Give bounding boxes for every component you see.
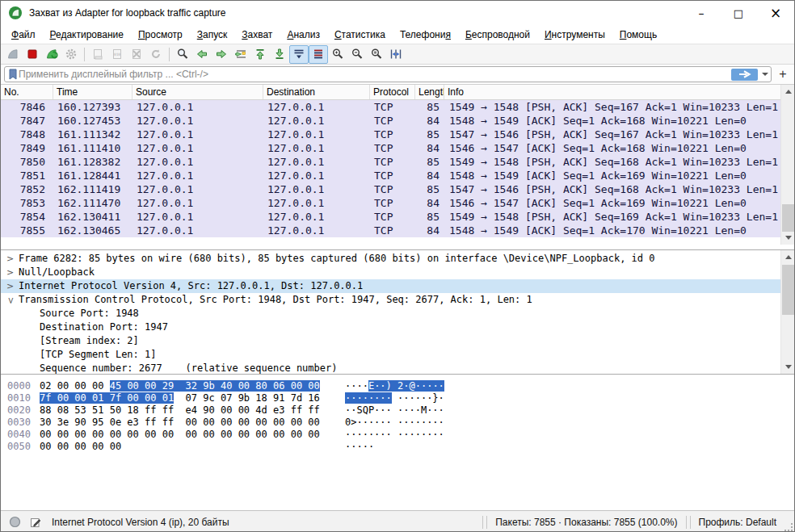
open-file-button[interactable]	[88, 45, 107, 64]
expert-info-icon[interactable]	[9, 516, 21, 528]
auto-scroll-button[interactable]	[289, 45, 309, 64]
save-file-button[interactable]: 010	[107, 45, 127, 64]
expander-icon[interactable]: >	[6, 252, 14, 266]
hex-ascii[interactable]: ··SQP··· ····M···	[345, 404, 444, 417]
capture-options-button[interactable]	[61, 45, 81, 64]
column-header-info[interactable]: Info	[444, 85, 780, 99]
start-capture-button[interactable]	[3, 45, 23, 64]
hex-bytes[interactable]: 7f 00 00 01 7f 00 00 01 07 9c 07 9b 18 9…	[40, 392, 327, 404]
menu-item[interactable]: Редактирование	[43, 27, 131, 43]
hex-bytes[interactable]: 00 00 00 00 00 00 00 00 00 00 00 00 00 0…	[40, 429, 327, 441]
go-back-button[interactable]	[192, 45, 212, 64]
column-header-time[interactable]: Time	[53, 85, 132, 99]
zoom-out-button[interactable]	[347, 45, 367, 64]
detail-subline[interactable]: Source Port: 1948	[1, 307, 794, 320]
menu-item[interactable]: Помощь	[612, 27, 664, 43]
menu-item[interactable]: Инструменты	[537, 27, 612, 43]
hex-row[interactable]: 0010 7f 00 00 01 7f 00 00 01 07 9c 07 9b…	[1, 392, 794, 404]
expander-open-icon[interactable]: >	[4, 297, 18, 304]
packet-row[interactable]: 7849 161.111410 127.0.0.1 127.0.0.1 TCP …	[1, 141, 780, 155]
packet-row[interactable]: 7850 161.128382 127.0.0.1 127.0.0.1 TCP …	[1, 155, 780, 169]
menu-item[interactable]: Просмотр	[131, 27, 190, 43]
detail-subline[interactable]: [TCP Segment Len: 1]	[1, 348, 794, 362]
packet-row[interactable]: 7846 160.127393 127.0.0.1 127.0.0.1 TCP …	[1, 100, 780, 114]
packet-row[interactable]: 7852 162.111419 127.0.0.1 127.0.0.1 TCP …	[1, 182, 780, 196]
reload-button[interactable]	[146, 45, 166, 64]
hex-bytes[interactable]: 30 3e 90 95 0e e3 ff ff 00 00 00 00 00 0…	[40, 417, 327, 429]
scroll-up-arrow[interactable]	[781, 85, 794, 98]
detail-subline[interactable]: [Stream index: 2]	[1, 334, 794, 348]
hex-ascii[interactable]: ········ ······}·	[345, 392, 444, 404]
menu-item[interactable]: Статистика	[327, 27, 393, 43]
detail-line[interactable]: >Transmission Control Protocol, Src Port…	[1, 293, 794, 307]
close-button[interactable]: ×	[757, 1, 794, 25]
scroll-down-arrow[interactable]	[781, 360, 794, 374]
hex-ascii[interactable]: ········ ········	[345, 429, 444, 441]
add-filter-button[interactable]: +	[775, 66, 791, 82]
resize-grip[interactable]	[784, 523, 793, 531]
detail-subline[interactable]: Sequence number: 2677 (relative sequence…	[1, 362, 794, 374]
hex-row[interactable]: 0030 30 3e 90 95 0e e3 ff ff 00 00 00 00…	[1, 417, 794, 429]
go-first-button[interactable]	[250, 45, 270, 64]
close-file-button[interactable]	[127, 45, 146, 64]
hex-ascii[interactable]: ·····	[345, 441, 374, 453]
packet-row[interactable]: 7847 160.127453 127.0.0.1 127.0.0.1 TCP …	[1, 114, 780, 128]
detail-scrollbar[interactable]	[780, 250, 794, 374]
menu-item[interactable]: Файл	[4, 27, 43, 43]
hex-bytes[interactable]: 00 00 00 00 00	[40, 441, 327, 453]
menu-item[interactable]: Анализ	[280, 27, 327, 43]
menu-item[interactable]: Беспроводной	[458, 27, 537, 43]
column-header-source[interactable]: Source	[132, 85, 263, 99]
display-filter-input[interactable]	[19, 68, 731, 81]
filter-bookmark-icon[interactable]	[7, 68, 19, 81]
go-to-packet-button[interactable]	[231, 45, 250, 64]
go-last-button[interactable]	[270, 45, 289, 64]
scrollbar-thumb[interactable]	[782, 265, 794, 315]
hex-ascii[interactable]: ····E··) 2·@·····	[345, 380, 444, 392]
colorize-button[interactable]	[309, 45, 328, 64]
detail-subline[interactable]: Destination Port: 1947	[1, 320, 794, 334]
scrollbar-thumb[interactable]	[782, 204, 794, 232]
expander-icon[interactable]: >	[6, 266, 14, 279]
pane-splitter[interactable]	[1, 245, 794, 250]
hex-bytes[interactable]: 02 00 00 00 45 00 00 29 32 9b 40 00 80 0…	[40, 380, 327, 392]
menu-item[interactable]: Захват	[234, 27, 280, 43]
capture-comment-icon[interactable]	[29, 516, 42, 529]
hex-row[interactable]: 0050 00 00 00 00 00 ·····	[1, 441, 794, 453]
zoom-reset-button[interactable]	[367, 45, 386, 64]
restart-capture-button[interactable]	[42, 45, 61, 64]
status-profile[interactable]: Профиль: Default	[692, 517, 784, 528]
packet-row[interactable]: 7853 162.111470 127.0.0.1 127.0.0.1 TCP …	[1, 196, 780, 210]
scroll-down-arrow[interactable]	[781, 231, 794, 245]
detail-line-selected[interactable]: >Internet Protocol Version 4, Src: 127.0…	[1, 279, 794, 293]
packet-row[interactable]: 7848 161.111342 127.0.0.1 127.0.0.1 TCP …	[1, 128, 780, 141]
detail-line[interactable]: >Null/Loopback	[1, 266, 794, 279]
packet-row[interactable]: 7854 162.130411 127.0.0.1 127.0.0.1 TCP …	[1, 210, 780, 224]
find-packet-button[interactable]	[173, 45, 192, 64]
resize-columns-button[interactable]	[386, 45, 406, 64]
hex-ascii[interactable]: 0>······ ········	[345, 417, 444, 429]
menu-item[interactable]: Запуск	[190, 27, 235, 43]
hex-row[interactable]: 0020 88 08 53 51 50 18 ff ff e4 90 00 00…	[1, 404, 794, 417]
maximize-button[interactable]: □	[720, 1, 757, 25]
menu-item[interactable]: Телефония	[393, 27, 458, 43]
hex-bytes[interactable]: 88 08 53 51 50 18 ff ff e4 90 00 00 4d e…	[40, 404, 327, 417]
apply-filter-button[interactable]	[731, 69, 758, 81]
stop-capture-button[interactable]	[23, 45, 42, 64]
expander-icon[interactable]: >	[6, 279, 14, 293]
hex-row[interactable]: 0000 02 00 00 00 45 00 00 29 32 9b 40 00…	[1, 380, 794, 392]
packet-row[interactable]: 7851 161.128441 127.0.0.1 127.0.0.1 TCP …	[1, 169, 780, 182]
hex-row[interactable]: 0040 00 00 00 00 00 00 00 00 00 00 00 00…	[1, 429, 794, 441]
scroll-up-arrow[interactable]	[781, 250, 794, 264]
column-header-destination[interactable]: Destination	[263, 85, 370, 99]
zoom-in-button[interactable]	[328, 45, 347, 64]
filter-history-button[interactable]	[759, 68, 771, 81]
minimize-button[interactable]: –	[683, 1, 720, 25]
packet-row[interactable]: 7855 162.130465 127.0.0.1 127.0.0.1 TCP …	[1, 224, 780, 237]
detail-line[interactable]: >Frame 6282: 85 bytes on wire (680 bits)…	[1, 252, 794, 266]
go-forward-button[interactable]	[212, 45, 231, 64]
column-header-length[interactable]: Length	[415, 85, 444, 99]
column-header-protocol[interactable]: Protocol	[370, 85, 415, 99]
column-header-no[interactable]: No.	[1, 85, 53, 99]
packet-list-scrollbar[interactable]	[780, 85, 794, 245]
